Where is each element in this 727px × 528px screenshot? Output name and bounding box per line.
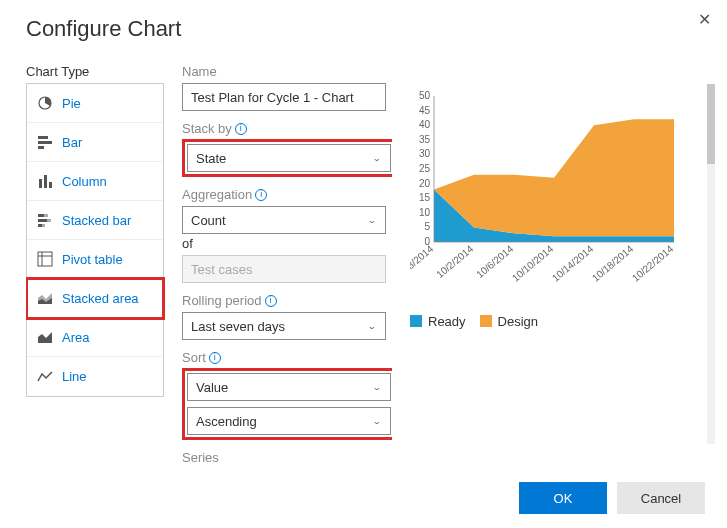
name-label: Name bbox=[182, 64, 390, 79]
svg-text:10/22/2014: 10/22/2014 bbox=[630, 243, 676, 284]
chart-type-label: Column bbox=[62, 174, 107, 189]
info-icon[interactable]: i bbox=[209, 352, 221, 364]
close-icon[interactable]: ✕ bbox=[698, 10, 711, 29]
chart-type-panel: Chart Type Pie Bar Column Stacked bar bbox=[26, 64, 164, 510]
chart-config-form: Name Test Plan for Cycle 1 - Chart Stack… bbox=[182, 64, 392, 510]
stacked-area-icon bbox=[37, 290, 53, 306]
info-icon[interactable]: i bbox=[255, 189, 267, 201]
svg-rect-9 bbox=[38, 219, 47, 222]
svg-text:10/18/2014: 10/18/2014 bbox=[590, 243, 636, 284]
sort-direction-select[interactable]: Ascending⌄ bbox=[187, 407, 391, 435]
stack-by-select[interactable]: State⌄ bbox=[187, 144, 391, 172]
chart-type-line[interactable]: Line bbox=[27, 357, 163, 396]
svg-rect-6 bbox=[49, 182, 52, 188]
stack-by-highlight: State⌄ bbox=[182, 139, 392, 177]
scrollbar-thumb[interactable] bbox=[707, 84, 715, 164]
chart-type-label: Line bbox=[62, 369, 87, 384]
dialog-footer: OK Cancel bbox=[519, 482, 705, 514]
sort-label: Sorti bbox=[182, 350, 390, 365]
of-input: Test cases bbox=[182, 255, 386, 283]
svg-text:25: 25 bbox=[419, 163, 431, 174]
line-icon bbox=[37, 369, 53, 385]
chart-type-list: Pie Bar Column Stacked bar Pivot table bbox=[26, 83, 164, 397]
chevron-down-icon: ⌄ bbox=[372, 416, 382, 426]
svg-rect-2 bbox=[38, 141, 52, 144]
chart-type-label: Stacked area bbox=[62, 291, 139, 306]
rolling-period-select[interactable]: Last seven days⌄ bbox=[182, 312, 386, 340]
svg-text:20: 20 bbox=[419, 178, 431, 189]
svg-rect-1 bbox=[38, 136, 48, 139]
column-icon bbox=[37, 173, 53, 189]
dialog-scrollbar[interactable] bbox=[707, 84, 715, 444]
svg-rect-3 bbox=[38, 146, 44, 149]
svg-rect-12 bbox=[42, 224, 45, 227]
name-input[interactable]: Test Plan for Cycle 1 - Chart bbox=[182, 83, 386, 111]
svg-text:10: 10 bbox=[419, 207, 431, 218]
chevron-down-icon: ⌄ bbox=[372, 153, 382, 163]
pie-icon bbox=[37, 95, 53, 111]
chart-type-column[interactable]: Column bbox=[27, 162, 163, 201]
svg-text:10/2/2014: 10/2/2014 bbox=[434, 243, 475, 280]
svg-text:15: 15 bbox=[419, 192, 431, 203]
svg-rect-13 bbox=[38, 252, 52, 266]
chevron-down-icon: ⌄ bbox=[367, 215, 377, 225]
svg-rect-5 bbox=[44, 175, 47, 188]
svg-text:10/14/2014: 10/14/2014 bbox=[550, 243, 596, 284]
svg-text:9/28/2014: 9/28/2014 bbox=[410, 243, 436, 280]
chart-type-label: Stacked bar bbox=[62, 213, 131, 228]
of-label: of bbox=[182, 236, 390, 251]
chart-type-bar[interactable]: Bar bbox=[27, 123, 163, 162]
info-icon[interactable]: i bbox=[235, 123, 247, 135]
stacked-bar-icon bbox=[37, 212, 53, 228]
area-icon bbox=[37, 329, 53, 345]
chart-preview-panel: 051015202530354045509/28/201410/2/201410… bbox=[410, 64, 701, 510]
chart-type-label: Pie bbox=[62, 96, 81, 111]
svg-rect-4 bbox=[39, 179, 42, 188]
chart-type-area[interactable]: Area bbox=[27, 318, 163, 357]
pivot-table-icon bbox=[37, 251, 53, 267]
legend-item-ready: Ready bbox=[410, 314, 466, 329]
chevron-down-icon: ⌄ bbox=[367, 321, 377, 331]
ok-button[interactable]: OK bbox=[519, 482, 607, 514]
dialog-title: Configure Chart bbox=[26, 16, 701, 42]
aggregation-select[interactable]: Count⌄ bbox=[182, 206, 386, 234]
sort-field-select[interactable]: Value⌄ bbox=[187, 373, 391, 401]
chart-legend: Ready Design bbox=[410, 314, 701, 329]
aggregation-label: Aggregationi bbox=[182, 187, 390, 202]
chart-type-label: Pivot table bbox=[62, 252, 123, 267]
svg-rect-11 bbox=[38, 224, 42, 227]
chart-preview: 051015202530354045509/28/201410/2/201410… bbox=[410, 90, 678, 300]
chart-type-header: Chart Type bbox=[26, 64, 164, 79]
chart-type-stacked-area[interactable]: Stacked area bbox=[27, 279, 163, 318]
svg-rect-10 bbox=[47, 219, 51, 222]
svg-rect-8 bbox=[44, 214, 48, 217]
rolling-period-label: Rolling periodi bbox=[182, 293, 390, 308]
series-label: Series bbox=[182, 450, 390, 465]
chart-type-label: Bar bbox=[62, 135, 82, 150]
bar-icon bbox=[37, 134, 53, 150]
svg-text:5: 5 bbox=[424, 221, 430, 232]
chart-type-pivot-table[interactable]: Pivot table bbox=[27, 240, 163, 279]
svg-rect-7 bbox=[38, 214, 44, 217]
svg-text:30: 30 bbox=[419, 148, 431, 159]
svg-text:10/10/2014: 10/10/2014 bbox=[510, 243, 556, 284]
svg-text:50: 50 bbox=[419, 90, 431, 101]
stack-by-label: Stack byi bbox=[182, 121, 390, 136]
chevron-down-icon: ⌄ bbox=[372, 382, 382, 392]
chart-type-stacked-bar[interactable]: Stacked bar bbox=[27, 201, 163, 240]
svg-text:35: 35 bbox=[419, 134, 431, 145]
configure-chart-dialog: ✕ Configure Chart Chart Type Pie Bar Col… bbox=[0, 0, 727, 528]
chart-type-pie[interactable]: Pie bbox=[27, 84, 163, 123]
chart-type-label: Area bbox=[62, 330, 89, 345]
sort-highlight: Value⌄ Ascending⌄ bbox=[182, 368, 392, 440]
legend-item-design: Design bbox=[480, 314, 538, 329]
svg-text:45: 45 bbox=[419, 105, 431, 116]
info-icon[interactable]: i bbox=[265, 295, 277, 307]
cancel-button[interactable]: Cancel bbox=[617, 482, 705, 514]
svg-text:40: 40 bbox=[419, 119, 431, 130]
